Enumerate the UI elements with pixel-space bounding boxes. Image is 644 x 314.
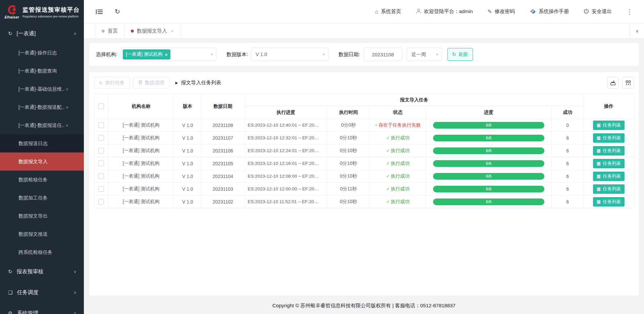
cell-exec-progress: ES:2023-12-10 12:00:00 ~ EF:20…: [248, 186, 319, 191]
column-settings-button[interactable]: [622, 77, 634, 89]
sidebar-item-11[interactable]: 数据报文推送: [0, 225, 84, 243]
status-icon: ✓: [386, 186, 390, 191]
cell-version: V 1.0: [182, 135, 193, 141]
cell-success: 6: [566, 174, 569, 179]
sidebar-nav: ↻ [一表通] ∧ [一表通]-操作日志 [一表通]-数据查询 [一表通]-基础…: [0, 24, 84, 314]
sidebar-item-15[interactable]: ⚙ 系统管理 ∨: [0, 303, 84, 314]
row-checkbox[interactable]: [98, 161, 104, 166]
cell-success: 6: [566, 199, 569, 205]
kebab-menu-icon[interactable]: ⋮: [627, 8, 633, 15]
header-checkbox-cell: [94, 94, 108, 119]
row-checkbox[interactable]: [98, 135, 104, 141]
chevron-icon: ∧: [73, 31, 76, 36]
sidebar-item-5[interactable]: [一表通]-数据报送任.. ∧: [0, 116, 84, 134]
grid-icon: ▦: [597, 199, 601, 204]
sidebar-collapse-icon[interactable]: [96, 9, 103, 14]
cell-exec-progress: ES:2023-12-10 12:40:01 ~ EF:20…: [248, 123, 319, 128]
row-checkbox[interactable]: [98, 186, 104, 192]
change-password-menu-item[interactable]: ✎ 修改密码: [488, 8, 515, 15]
col-action: 操作: [584, 94, 634, 119]
page-refresh-icon[interactable]: ↻: [115, 8, 120, 15]
sidebar-item-8[interactable]: 数据检核任务: [0, 171, 84, 189]
cell-org: [一表通] 测试机构: [123, 199, 160, 204]
sidebar-item-4[interactable]: [一表通]-数据报送配.. ∨: [0, 98, 84, 116]
tab-home[interactable]: 首页: [95, 24, 124, 38]
logout-menu-item[interactable]: 安全退出: [584, 8, 612, 15]
app-title: 监管报送预审核平台: [22, 6, 80, 14]
row-checkbox[interactable]: [98, 199, 104, 205]
grid-icon: ▦: [597, 148, 601, 153]
sidebar-item-13[interactable]: ↻ 报表预审核 ∨: [0, 261, 84, 282]
export-button[interactable]: [607, 77, 619, 89]
task-list-button[interactable]: ▦任务列表: [593, 159, 625, 168]
tab-close-icon[interactable]: ×: [171, 28, 174, 34]
sidebar-item-14[interactable]: ❏ 任务调度 ∨: [0, 282, 84, 303]
task-list-button[interactable]: ▦任务列表: [593, 146, 625, 155]
home-menu-item[interactable]: ⌂ 系统首页: [375, 8, 401, 15]
manual-menu-item[interactable]: 系统操作手册: [530, 8, 569, 15]
cell-exec-progress: ES:2023-12-10 12:08:00 ~ EF:20…: [248, 174, 319, 179]
cell-date: 20231104: [213, 174, 233, 179]
cell-org: [一表通] 测试机构: [123, 135, 160, 140]
sidebar-item-2[interactable]: [一表通]-数据查询: [0, 62, 84, 80]
tag-close-icon[interactable]: ×: [165, 52, 168, 57]
cell-success: 0: [566, 123, 569, 128]
menu-icon: ↻: [8, 31, 12, 37]
sidebar-item-label: [一表通]-数据报送配..: [18, 104, 64, 110]
col-date: 数据日期: [201, 94, 245, 119]
sidebar-item-label: 系统管理: [17, 310, 38, 314]
cell-exec-progress: ES:2023-12-10 12:16:01 ~ EF:20…: [248, 161, 319, 166]
cell-success: 6: [566, 135, 569, 141]
chevron-icon: ∨: [66, 105, 68, 109]
cell-exec-time: 0分10秒: [340, 161, 357, 166]
cell-exec-progress: ES:2023-12-10 12:24:01 ~ EF:20…: [248, 148, 319, 153]
sidebar-item-12[interactable]: 跨系统检核任务: [0, 243, 84, 261]
sidebar-item-0[interactable]: ↻ [一表通] ∧: [0, 24, 84, 44]
cell-exec-time: 0分11秒: [340, 186, 357, 191]
sidebar: Efraiser 监管报送预审核平台 Regulatory submission…: [0, 0, 84, 314]
row-checkbox[interactable]: [98, 173, 104, 179]
tabs-dropdown-icon[interactable]: ∨: [630, 24, 644, 38]
sidebar-item-7[interactable]: 数据报文导入: [0, 152, 84, 171]
sidebar-item-3[interactable]: [一表通]-基础信息维.. ∨: [0, 80, 84, 98]
row-checkbox[interactable]: [98, 148, 104, 153]
status-badge: ✓执行成功: [386, 199, 410, 205]
main-area: ↻ ⌂ 系统首页 欢迎登陆平台：admin ✎: [84, 0, 644, 314]
date-range-select[interactable]: 近一周 ▾: [407, 48, 442, 61]
task-list-button[interactable]: ▦任务列表: [593, 197, 625, 207]
sidebar-item-label: 数据报送日志: [18, 140, 48, 147]
cell-org: [一表通] 测试机构: [123, 148, 160, 153]
status-icon: ×: [375, 123, 378, 128]
table-row: [一表通] 测试机构 V 1.0 20231106 ES:2023-12-10 …: [94, 144, 634, 157]
cell-org: [一表通] 测试机构: [123, 122, 160, 128]
data-clean-button[interactable]: 数据清理: [133, 77, 169, 89]
org-filter-label: 选择机构:: [96, 51, 117, 58]
task-list-card: ↻ 执行任务 数据清理 ▶ 报文导入: [89, 72, 639, 296]
row-checkbox[interactable]: [98, 122, 104, 128]
col-progress: 进度: [426, 106, 551, 119]
cell-exec-time: 0分10秒: [340, 135, 357, 140]
select-all-checkbox[interactable]: [98, 103, 104, 109]
sidebar-item-9[interactable]: 数据加工任务: [0, 189, 84, 207]
list-title: ▶ 报文导入任务列表: [175, 80, 221, 86]
sidebar-item-10[interactable]: 数据报文导出: [0, 207, 84, 225]
version-select[interactable]: V 1.0 ▾: [251, 48, 328, 61]
status-badge: ✓执行成功: [386, 161, 410, 167]
task-list-button[interactable]: ▦任务列表: [593, 172, 625, 181]
user-icon: [416, 8, 421, 15]
org-tag: [一表通] 测试机构 ×: [123, 49, 170, 59]
execute-icon: ↻: [99, 80, 103, 86]
sidebar-item-6[interactable]: 数据报送日志: [0, 134, 84, 152]
task-list-button[interactable]: ▦任务列表: [593, 184, 625, 194]
progress-bar: 6/6: [433, 186, 544, 192]
task-table: 机构名称 版本 数据日期 报文导入任务 操作 执行进度 执行时间 状态 进度 成…: [94, 94, 634, 208]
home-icon: ⌂: [375, 9, 378, 14]
date-input[interactable]: 20231108: [364, 48, 402, 61]
tab-data-import[interactable]: 数据报文导入 ×: [124, 24, 180, 38]
refresh-button[interactable]: ↻ 刷新: [447, 48, 473, 61]
org-multiselect[interactable]: [一表通] 测试机构 × ▾: [121, 48, 216, 61]
task-list-button[interactable]: ▦任务列表: [593, 133, 625, 143]
sidebar-item-1[interactable]: [一表通]-操作日志: [0, 44, 84, 62]
execute-task-button[interactable]: ↻ 执行任务: [94, 77, 130, 89]
task-list-button[interactable]: ▦任务列表: [593, 121, 625, 130]
